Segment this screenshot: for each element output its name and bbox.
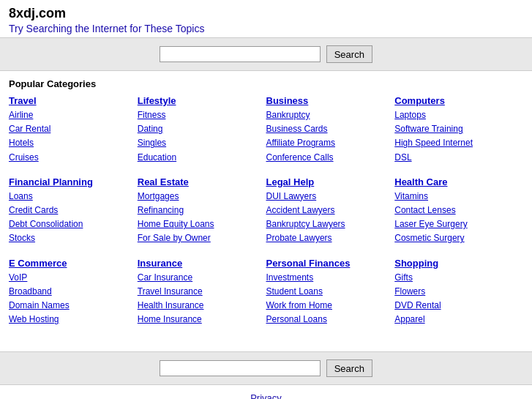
category-link[interactable]: Probate Lawyers [266,231,388,245]
bottom-search-input[interactable] [160,360,321,376]
category-link[interactable]: DVD Rental [394,299,516,313]
category-link[interactable]: DUI Lawyers [266,190,388,204]
category-section: ShoppingGiftsFlowersDVD RentalApparel [394,258,516,327]
category-link[interactable]: Laptops [394,108,516,122]
category-section: BusinessBankruptcyBusiness CardsAffiliat… [266,95,388,165]
category-link[interactable]: Education [138,151,259,165]
category-link[interactable]: Fitness [138,108,259,122]
top-search-input[interactable] [160,46,321,62]
category-link[interactable]: Home Insurance [138,313,259,327]
category-link[interactable]: Domain Names [9,299,130,313]
category-title[interactable]: Computers [394,95,516,106]
category-column-1: LifestyleFitnessDatingSinglesEducationRe… [138,95,266,338]
categories-grid: TravelAirlineCar RentalHotelsCruisesFina… [9,95,523,338]
category-link[interactable]: DSL [394,151,516,165]
category-link[interactable]: Dating [138,122,259,136]
category-title[interactable]: Personal Finances [266,258,388,269]
category-link[interactable]: Health Insurance [138,299,259,313]
category-link[interactable]: Airline [9,108,130,122]
category-link[interactable]: Bankruptcy [266,108,388,122]
category-link[interactable]: Car Rental [9,122,130,136]
popular-categories-title: Popular Categories [9,78,523,89]
site-subtitle: Try Searching the Internet for These Top… [9,23,523,34]
category-link[interactable]: Credit Cards [9,204,130,217]
category-column-3: ComputersLaptopsSoftware TrainingHigh Sp… [394,95,523,338]
category-link[interactable]: Web Hosting [9,313,130,327]
category-link[interactable]: Software Training [394,122,516,136]
category-section: Health CareVitaminsContact LensesLaser E… [394,176,516,246]
category-title[interactable]: E Commerce [9,258,130,269]
bottom-search-bar: Search [0,351,532,385]
category-title[interactable]: Travel [9,95,130,106]
category-section: E CommerceVoIPBroadbandDomain NamesWeb H… [9,258,130,327]
category-link[interactable]: Singles [138,136,259,150]
category-link[interactable]: Mortgages [138,190,259,204]
footer: Privacy [0,385,532,399]
category-link[interactable]: Stocks [9,231,130,245]
category-title[interactable]: Lifestyle [138,95,259,106]
category-title[interactable]: Health Care [394,176,516,187]
category-link[interactable]: Business Cards [266,122,388,136]
header: 8xdj.com Try Searching the Internet for … [0,0,532,37]
category-link[interactable]: Student Loans [266,285,388,299]
category-link[interactable]: Laser Eye Surgery [394,217,516,231]
category-section: ComputersLaptopsSoftware TrainingHigh Sp… [394,95,516,165]
category-link[interactable]: Contact Lenses [394,204,516,217]
category-title[interactable]: Business [266,95,388,106]
category-link[interactable]: Car Insurance [138,271,259,285]
category-section: Legal HelpDUI LawyersAccident LawyersBan… [266,176,388,246]
category-link[interactable]: Investments [266,271,388,285]
category-link[interactable]: Accident Lawyers [266,204,388,217]
category-link[interactable]: Flowers [394,285,516,299]
category-link[interactable]: Cosmetic Surgery [394,231,516,245]
category-link[interactable]: Cruises [9,151,130,165]
category-link[interactable]: Vitamins [394,190,516,204]
category-title[interactable]: Financial Planning [9,176,130,187]
top-search-bar: Search [0,37,532,71]
category-link[interactable]: High Speed Internet [394,136,516,150]
category-title[interactable]: Real Estate [138,176,259,187]
category-column-0: TravelAirlineCar RentalHotelsCruisesFina… [9,95,138,338]
category-link[interactable]: Apparel [394,313,516,327]
category-link[interactable]: Personal Loans [266,313,388,327]
category-link[interactable]: Home Equity Loans [138,217,259,231]
category-link[interactable]: Debt Consolidation [9,217,130,231]
category-column-2: BusinessBankruptcyBusiness CardsAffiliat… [266,95,395,338]
category-link[interactable]: Bankruptcy Lawyers [266,217,388,231]
category-section: Personal FinancesInvestmentsStudent Loan… [266,258,388,327]
category-title[interactable]: Shopping [394,258,516,269]
top-search-button[interactable]: Search [326,45,372,63]
category-link[interactable]: Gifts [394,271,516,285]
category-link[interactable]: Broadband [9,285,130,299]
category-section: Real EstateMortgagesRefinancingHome Equi… [138,176,259,246]
privacy-link[interactable]: Privacy [250,392,282,399]
category-link[interactable]: VoIP [9,271,130,285]
category-section: TravelAirlineCar RentalHotelsCruises [9,95,130,165]
category-section: Financial PlanningLoansCredit CardsDebt … [9,176,130,246]
category-section: LifestyleFitnessDatingSinglesEducation [138,95,259,165]
category-link[interactable]: Conference Calls [266,151,388,165]
category-title[interactable]: Legal Help [266,176,388,187]
site-title: 8xdj.com [9,6,523,21]
category-link[interactable]: For Sale by Owner [138,231,259,245]
category-link[interactable]: Refinancing [138,204,259,217]
content: Popular Categories TravelAirlineCar Rent… [0,71,532,346]
category-section: InsuranceCar InsuranceTravel InsuranceHe… [138,258,259,327]
bottom-search-button[interactable]: Search [326,359,372,377]
category-link[interactable]: Loans [9,190,130,204]
category-link[interactable]: Travel Insurance [138,285,259,299]
category-link[interactable]: Hotels [9,136,130,150]
category-link[interactable]: Work from Home [266,299,388,313]
category-link[interactable]: Affiliate Programs [266,136,388,150]
category-title[interactable]: Insurance [138,258,259,269]
